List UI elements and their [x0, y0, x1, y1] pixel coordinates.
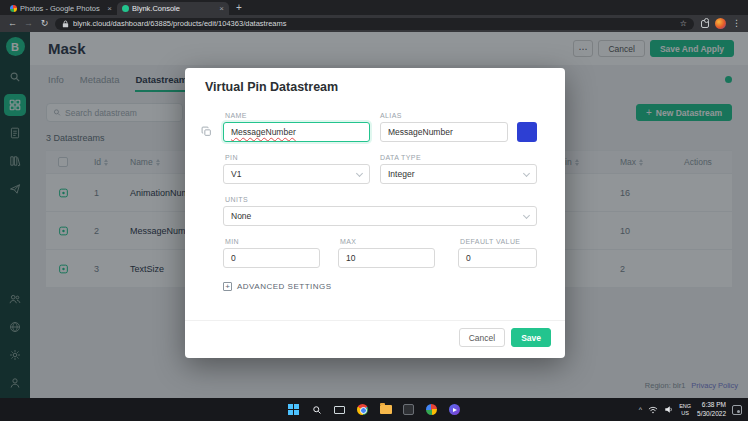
modal-footer: Cancel Save [459, 328, 551, 347]
name-label: NAME [225, 112, 247, 119]
extensions-icon[interactable] [701, 20, 709, 28]
alias-field[interactable]: MessageNumber [380, 122, 508, 142]
tray-caret-icon[interactable]: ^ [639, 406, 642, 413]
media-player-icon[interactable] [447, 402, 462, 417]
units-select[interactable]: None [223, 206, 537, 226]
date: 5/30/2022 [697, 410, 726, 418]
modal-save-button[interactable]: Save [511, 328, 551, 347]
browser-tabstrip: Photos - Google Photos × Blynk.Console ×… [0, 0, 748, 15]
default-value: 0 [466, 253, 471, 263]
datastream-modal: Virtual Pin Datastream NAME MessageNumbe… [185, 68, 565, 358]
taskbar-search-icon[interactable] [309, 402, 324, 417]
data-type-select[interactable]: Integer [380, 164, 537, 184]
notification-icon[interactable] [732, 405, 742, 415]
time: 6:38 PM [697, 401, 726, 409]
wifi-icon[interactable] [648, 406, 658, 414]
lock-icon [62, 20, 69, 28]
terminal-icon[interactable] [401, 402, 416, 417]
taskbar-apps [286, 402, 462, 417]
name-value: MessageNumber [231, 127, 296, 137]
task-view-icon[interactable] [332, 402, 347, 417]
browser-menu-icon[interactable]: ⋮ [732, 19, 741, 28]
bookmark-star-icon[interactable]: ☆ [680, 19, 687, 28]
address-bar[interactable]: blynk.cloud/dashboard/63885/products/edi… [55, 18, 694, 30]
back-icon[interactable]: ← [7, 19, 18, 28]
photos-icon[interactable] [424, 402, 439, 417]
pin-select[interactable]: V1 [223, 164, 370, 184]
plus-square-icon: + [223, 282, 232, 291]
chrome-icon[interactable] [355, 402, 370, 417]
system-tray: ^ ENG US 6:38 PM 5/30/2022 [639, 401, 742, 417]
profile-avatar[interactable] [715, 18, 726, 29]
max-value: 10 [346, 253, 355, 263]
max-field[interactable]: 10 [338, 248, 435, 268]
name-field[interactable]: MessageNumber [223, 122, 370, 142]
browser-tab-blynk[interactable]: Blynk.Console × [117, 2, 229, 15]
default-value-label: DEFAULT VALUE [460, 238, 520, 245]
units-value: None [231, 211, 251, 221]
blynk-favicon [122, 5, 129, 12]
tab-title: Blynk.Console [132, 4, 216, 13]
chevron-down-icon [356, 170, 363, 177]
advanced-settings-toggle[interactable]: + ADVANCED SETTINGS [223, 282, 332, 291]
browser-tab-photos[interactable]: Photos - Google Photos × [5, 2, 117, 15]
new-tab-button[interactable]: + [236, 2, 242, 13]
units-label: UNITS [225, 196, 248, 203]
modal-divider [185, 320, 565, 321]
photos-favicon [10, 5, 17, 12]
tab-title: Photos - Google Photos [20, 4, 104, 13]
chevron-down-icon [523, 170, 530, 177]
max-label: MAX [340, 238, 356, 245]
default-value-field[interactable]: 0 [458, 248, 537, 268]
advanced-settings-label: ADVANCED SETTINGS [237, 282, 332, 291]
data-type-value: Integer [388, 169, 414, 179]
language-indicator[interactable]: ENG US [679, 403, 691, 416]
pin-value: V1 [231, 169, 241, 179]
modal-cancel-button[interactable]: Cancel [459, 328, 505, 347]
browser-navbar: ← → ↻ blynk.cloud/dashboard/63885/produc… [0, 15, 748, 32]
clock[interactable]: 6:38 PM 5/30/2022 [697, 401, 726, 417]
close-icon[interactable]: × [219, 4, 224, 13]
page-content: B [0, 32, 748, 398]
speaker-icon[interactable] [664, 405, 673, 414]
modal-title: Virtual Pin Datastream [205, 80, 338, 94]
forward-icon[interactable]: → [23, 19, 34, 28]
windows-start-icon[interactable] [286, 402, 301, 417]
chevron-down-icon [523, 212, 530, 219]
data-type-label: DATA TYPE [380, 154, 421, 161]
taskbar: ^ ENG US 6:38 PM 5/30/2022 [0, 398, 748, 421]
screen: Photos - Google Photos × Blynk.Console ×… [0, 0, 748, 421]
reload-icon[interactable]: ↻ [39, 19, 50, 28]
pin-label: PIN [225, 154, 238, 161]
min-value: 0 [231, 253, 236, 263]
alias-value: MessageNumber [388, 127, 453, 137]
url-text: blynk.cloud/dashboard/63885/products/edi… [73, 19, 676, 28]
min-field[interactable]: 0 [223, 248, 320, 268]
color-swatch[interactable] [517, 122, 537, 142]
close-icon[interactable]: × [107, 4, 112, 13]
browser-actions: ⋮ [701, 18, 741, 29]
copy-icon[interactable] [201, 126, 212, 137]
alias-label: ALIAS [380, 112, 402, 119]
min-label: MIN [225, 238, 239, 245]
file-explorer-icon[interactable] [378, 402, 393, 417]
